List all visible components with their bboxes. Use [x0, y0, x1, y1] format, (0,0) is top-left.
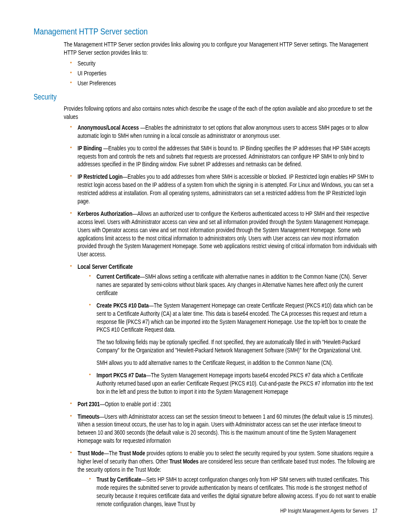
item-body: —Allows an authorized user to configure …	[78, 210, 377, 258]
intro-paragraph: The Management HTTP Server section provi…	[64, 40, 377, 57]
footer-text: HP Insight Management Agents for Servers	[280, 507, 368, 514]
item-title: Local Server Certificate	[78, 263, 133, 270]
item-kerberos-authorization: Kerberos Authorization—Allows an authori…	[68, 210, 377, 258]
security-intro: Provides following options and also cont…	[64, 105, 377, 121]
item-title: Trust by Certificate	[97, 476, 141, 483]
trust-mode-pre: —The	[104, 450, 118, 457]
item-title: Anonymous/Local Access	[78, 124, 140, 131]
item-title: Kerberos Authorization	[78, 210, 132, 217]
trust-mode-bold2: Trust Mode	[119, 450, 145, 457]
pkcs10-extra-1: The two following fields may be optional…	[97, 338, 377, 355]
trust-mode-bold3: Trust Modes	[169, 458, 199, 465]
item-body: —Enables you to control the addresses th…	[78, 145, 370, 168]
item-port-2301: Port 2301—Option to enable port id : 230…	[68, 400, 377, 408]
intro-links-list: Security UI Properties User Preferences	[68, 59, 377, 87]
item-title: Current Certificate	[97, 273, 140, 280]
item-body: —Option to enable port id : 2301	[100, 401, 171, 408]
item-ip-binding: IP Binding —Enables you to control the a…	[68, 144, 377, 169]
item-title: Port 2301	[78, 401, 100, 408]
page-footer: HP Insight Management Agents for Servers…	[280, 507, 377, 515]
item-body: —Enables you to add addresses from where…	[78, 173, 374, 205]
list-item: Security	[68, 59, 377, 68]
list-item: User Preferences	[68, 79, 377, 87]
list-item-label: User Preferences	[78, 80, 116, 87]
item-title: Timeouts	[78, 413, 100, 420]
security-options-list: Anonymous/Local Access —Enables the admi…	[68, 124, 377, 508]
item-ip-restricted-login: IP Restricted Login—Enables you to add a…	[68, 173, 377, 205]
item-anonymous-local-access: Anonymous/Local Access —Enables the admi…	[68, 124, 377, 140]
item-import-pkcs7: Import PKCS #7 Data—The System Managemen…	[87, 371, 377, 396]
item-title: Trust Mode	[78, 450, 104, 457]
heading-management-http-server: Management HTTP Server section	[34, 25, 377, 37]
list-item-label: UI Properties	[78, 70, 106, 77]
item-trust-mode: Trust Mode—The Trust Mode provides optio…	[68, 449, 377, 508]
item-title: IP Restricted Login	[78, 173, 122, 180]
item-trust-by-certificate: Trust by Certificate—Sets HP SMH to acce…	[87, 476, 377, 508]
trust-mode-sublist: Trust by Certificate—Sets HP SMH to acce…	[87, 476, 377, 508]
item-current-certificate: Current Certificate—SMH allows setting a…	[87, 273, 377, 297]
item-title: IP Binding	[78, 145, 103, 152]
footer-page-number: 17	[372, 507, 377, 514]
page: Management HTTP Server section The Manag…	[0, 0, 411, 532]
item-title: Create PKCS #10 Data	[97, 302, 149, 309]
item-title: Import PKCS #7 Data	[97, 372, 146, 379]
item-local-server-certificate: Local Server Certificate Current Certifi…	[68, 263, 377, 395]
item-body: —Users with Administrator access can set…	[78, 413, 374, 445]
item-create-pkcs10: Create PKCS #10 Data—The System Manageme…	[87, 302, 377, 367]
heading-security: Security	[34, 92, 377, 102]
item-timeouts: Timeouts—Users with Administrator access…	[68, 413, 377, 445]
pkcs10-extra-2: SMH allows you to add alternative names …	[97, 359, 377, 367]
list-item-label: Security	[78, 60, 95, 67]
local-cert-sublist: Current Certificate—SMH allows setting a…	[87, 273, 377, 396]
list-item: UI Properties	[68, 69, 377, 78]
